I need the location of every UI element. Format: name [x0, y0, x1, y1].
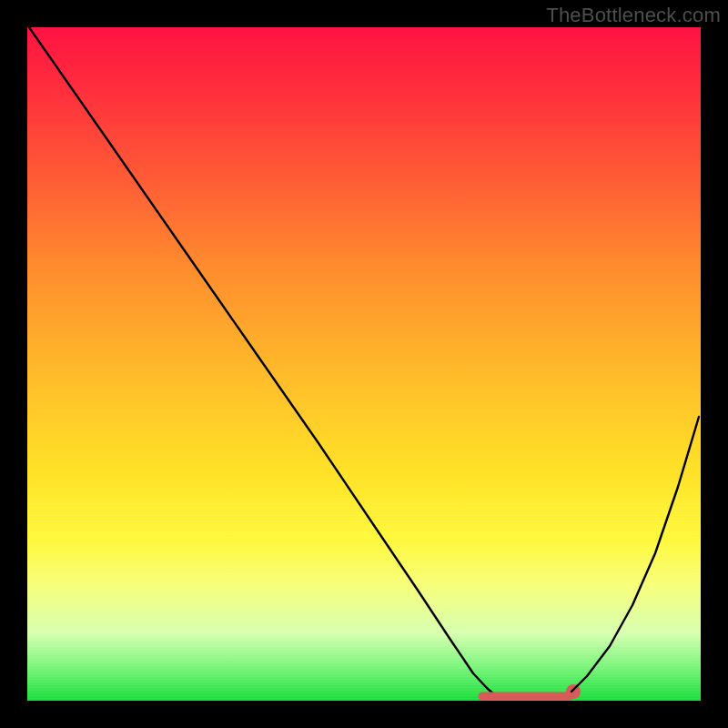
curve-left-limb: [29, 27, 496, 696]
bottleneck-curve: [27, 27, 701, 701]
curve-marker-dot: [566, 684, 581, 699]
chart-frame: TheBottleneck.com: [0, 0, 728, 728]
watermark-text: TheBottleneck.com: [546, 4, 721, 27]
curve-right-limb: [571, 417, 699, 692]
plot-area: [27, 27, 701, 701]
